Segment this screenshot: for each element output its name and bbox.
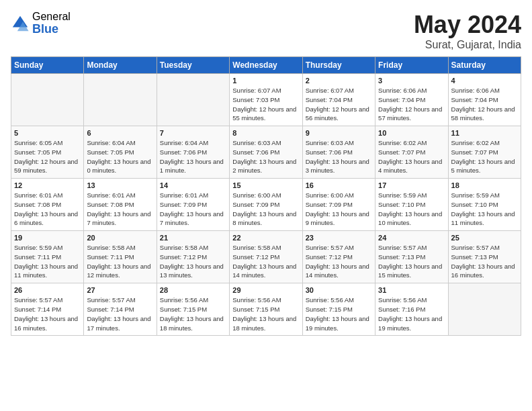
calendar-cell: 19Sunrise: 5:59 AMSunset: 7:11 PMDayligh… xyxy=(11,231,84,283)
calendar-body: 1Sunrise: 6:07 AMSunset: 7:03 PMDaylight… xyxy=(11,74,521,336)
day-info: Sunrise: 5:57 AMSunset: 7:14 PMDaylight:… xyxy=(87,295,153,332)
day-number: 5 xyxy=(14,129,81,137)
day-info: Sunrise: 5:59 AMSunset: 7:10 PMDaylight:… xyxy=(378,191,445,228)
day-info: Sunrise: 6:01 AMSunset: 7:08 PMDaylight:… xyxy=(87,191,153,228)
calendar-cell xyxy=(84,74,157,126)
day-info: Sunrise: 6:01 AMSunset: 7:08 PMDaylight:… xyxy=(14,191,81,228)
day-number: 30 xyxy=(306,286,372,294)
day-number: 11 xyxy=(451,129,518,137)
calendar-week-1: 1Sunrise: 6:07 AMSunset: 7:03 PMDaylight… xyxy=(11,74,521,126)
calendar-header: SundayMondayTuesdayWednesdayThursdayFrid… xyxy=(11,57,521,74)
title-block: May 2024 Surat, Gujarat, India xyxy=(414,11,521,51)
calendar-cell xyxy=(11,74,84,126)
day-info: Sunrise: 6:01 AMSunset: 7:09 PMDaylight:… xyxy=(160,191,226,228)
day-number: 28 xyxy=(160,286,226,294)
day-info: Sunrise: 6:06 AMSunset: 7:04 PMDaylight:… xyxy=(451,86,518,123)
calendar-cell: 22Sunrise: 5:58 AMSunset: 7:12 PMDayligh… xyxy=(230,231,302,283)
day-info: Sunrise: 5:56 AMSunset: 7:15 PMDaylight:… xyxy=(232,295,299,332)
calendar-cell: 18Sunrise: 5:59 AMSunset: 7:10 PMDayligh… xyxy=(448,179,521,231)
day-info: Sunrise: 6:04 AMSunset: 7:06 PMDaylight:… xyxy=(160,138,226,175)
calendar-cell: 27Sunrise: 5:57 AMSunset: 7:14 PMDayligh… xyxy=(84,283,157,336)
day-info: Sunrise: 5:59 AMSunset: 7:10 PMDaylight:… xyxy=(451,191,518,228)
day-info: Sunrise: 6:00 AMSunset: 7:09 PMDaylight:… xyxy=(306,191,372,228)
day-number: 25 xyxy=(451,234,518,242)
calendar-cell: 1Sunrise: 6:07 AMSunset: 7:03 PMDaylight… xyxy=(230,74,302,126)
calendar-cell: 15Sunrise: 6:00 AMSunset: 7:09 PMDayligh… xyxy=(230,179,302,231)
calendar-cell xyxy=(448,283,521,336)
day-info: Sunrise: 6:06 AMSunset: 7:04 PMDaylight:… xyxy=(378,86,445,123)
day-info: Sunrise: 5:57 AMSunset: 7:13 PMDaylight:… xyxy=(451,243,518,280)
header-day-tuesday: Tuesday xyxy=(157,57,229,74)
calendar-table: SundayMondayTuesdayWednesdayThursdayFrid… xyxy=(11,56,521,336)
day-info: Sunrise: 5:56 AMSunset: 7:15 PMDaylight:… xyxy=(160,295,226,332)
day-number: 3 xyxy=(378,77,445,85)
calendar-cell: 3Sunrise: 6:06 AMSunset: 7:04 PMDaylight… xyxy=(375,74,448,126)
day-info: Sunrise: 5:58 AMSunset: 7:12 PMDaylight:… xyxy=(232,243,299,280)
day-info: Sunrise: 6:02 AMSunset: 7:07 PMDaylight:… xyxy=(378,138,445,175)
page-header: General Blue May 2024 Surat, Gujarat, In… xyxy=(11,11,521,51)
header-day-sunday: Sunday xyxy=(11,57,84,74)
calendar-cell: 24Sunrise: 5:57 AMSunset: 7:13 PMDayligh… xyxy=(375,231,448,283)
day-number: 14 xyxy=(160,181,226,189)
calendar-cell: 23Sunrise: 5:57 AMSunset: 7:12 PMDayligh… xyxy=(302,231,375,283)
calendar-cell: 12Sunrise: 6:01 AMSunset: 7:08 PMDayligh… xyxy=(11,179,84,231)
calendar-cell: 6Sunrise: 6:04 AMSunset: 7:05 PMDaylight… xyxy=(84,126,157,179)
header-day-monday: Monday xyxy=(84,57,157,74)
day-info: Sunrise: 6:07 AMSunset: 7:03 PMDaylight:… xyxy=(232,86,299,123)
calendar-cell: 16Sunrise: 6:00 AMSunset: 7:09 PMDayligh… xyxy=(302,179,375,231)
header-day-friday: Friday xyxy=(375,57,448,74)
day-info: Sunrise: 5:59 AMSunset: 7:11 PMDaylight:… xyxy=(14,243,81,280)
calendar-week-2: 5Sunrise: 6:05 AMSunset: 7:05 PMDaylight… xyxy=(11,126,521,179)
svg-marker-0 xyxy=(13,15,28,27)
calendar-cell: 28Sunrise: 5:56 AMSunset: 7:15 PMDayligh… xyxy=(157,283,229,336)
calendar-cell: 13Sunrise: 6:01 AMSunset: 7:08 PMDayligh… xyxy=(84,179,157,231)
day-info: Sunrise: 5:58 AMSunset: 7:12 PMDaylight:… xyxy=(160,243,226,280)
location: Surat, Gujarat, India xyxy=(414,39,521,51)
calendar-cell: 11Sunrise: 6:02 AMSunset: 7:07 PMDayligh… xyxy=(448,126,521,179)
day-info: Sunrise: 5:57 AMSunset: 7:14 PMDaylight:… xyxy=(14,295,81,332)
day-info: Sunrise: 6:07 AMSunset: 7:04 PMDaylight:… xyxy=(306,86,372,123)
calendar-cell: 25Sunrise: 5:57 AMSunset: 7:13 PMDayligh… xyxy=(448,231,521,283)
day-number: 18 xyxy=(451,181,518,189)
day-number: 27 xyxy=(87,286,153,294)
day-number: 15 xyxy=(232,181,299,189)
day-number: 17 xyxy=(378,181,445,189)
day-number: 20 xyxy=(87,234,153,242)
day-number: 2 xyxy=(306,77,372,85)
day-number: 8 xyxy=(232,129,299,137)
day-number: 13 xyxy=(87,181,153,189)
month-title: May 2024 xyxy=(414,11,521,39)
day-info: Sunrise: 5:57 AMSunset: 7:12 PMDaylight:… xyxy=(306,243,372,280)
day-number: 6 xyxy=(87,129,153,137)
day-info: Sunrise: 6:03 AMSunset: 7:06 PMDaylight:… xyxy=(232,138,299,175)
header-day-wednesday: Wednesday xyxy=(230,57,302,74)
calendar-cell: 10Sunrise: 6:02 AMSunset: 7:07 PMDayligh… xyxy=(375,126,448,179)
logo: General Blue xyxy=(11,11,71,36)
logo-text: General Blue xyxy=(32,11,71,36)
day-number: 7 xyxy=(160,129,226,137)
calendar-cell: 20Sunrise: 5:58 AMSunset: 7:11 PMDayligh… xyxy=(84,231,157,283)
day-info: Sunrise: 6:04 AMSunset: 7:05 PMDaylight:… xyxy=(87,138,153,175)
logo-general: General xyxy=(32,11,71,23)
calendar-week-5: 26Sunrise: 5:57 AMSunset: 7:14 PMDayligh… xyxy=(11,283,521,336)
day-number: 9 xyxy=(306,129,372,137)
calendar-cell: 5Sunrise: 6:05 AMSunset: 7:05 PMDaylight… xyxy=(11,126,84,179)
day-info: Sunrise: 6:03 AMSunset: 7:06 PMDaylight:… xyxy=(306,138,372,175)
calendar-cell: 9Sunrise: 6:03 AMSunset: 7:06 PMDaylight… xyxy=(302,126,375,179)
header-day-thursday: Thursday xyxy=(302,57,375,74)
header-day-saturday: Saturday xyxy=(448,57,521,74)
calendar-week-4: 19Sunrise: 5:59 AMSunset: 7:11 PMDayligh… xyxy=(11,231,521,283)
calendar-cell: 21Sunrise: 5:58 AMSunset: 7:12 PMDayligh… xyxy=(157,231,229,283)
header-row: SundayMondayTuesdayWednesdayThursdayFrid… xyxy=(11,57,521,74)
day-info: Sunrise: 5:56 AMSunset: 7:15 PMDaylight:… xyxy=(306,295,372,332)
calendar-cell: 29Sunrise: 5:56 AMSunset: 7:15 PMDayligh… xyxy=(230,283,302,336)
calendar-cell: 26Sunrise: 5:57 AMSunset: 7:14 PMDayligh… xyxy=(11,283,84,336)
day-info: Sunrise: 6:00 AMSunset: 7:09 PMDaylight:… xyxy=(232,191,299,228)
calendar-cell: 8Sunrise: 6:03 AMSunset: 7:06 PMDaylight… xyxy=(230,126,302,179)
day-number: 24 xyxy=(378,234,445,242)
day-number: 21 xyxy=(160,234,226,242)
day-info: Sunrise: 6:02 AMSunset: 7:07 PMDaylight:… xyxy=(451,138,518,175)
day-number: 26 xyxy=(14,286,81,294)
day-info: Sunrise: 6:05 AMSunset: 7:05 PMDaylight:… xyxy=(14,138,81,175)
calendar-cell: 4Sunrise: 6:06 AMSunset: 7:04 PMDaylight… xyxy=(448,74,521,126)
